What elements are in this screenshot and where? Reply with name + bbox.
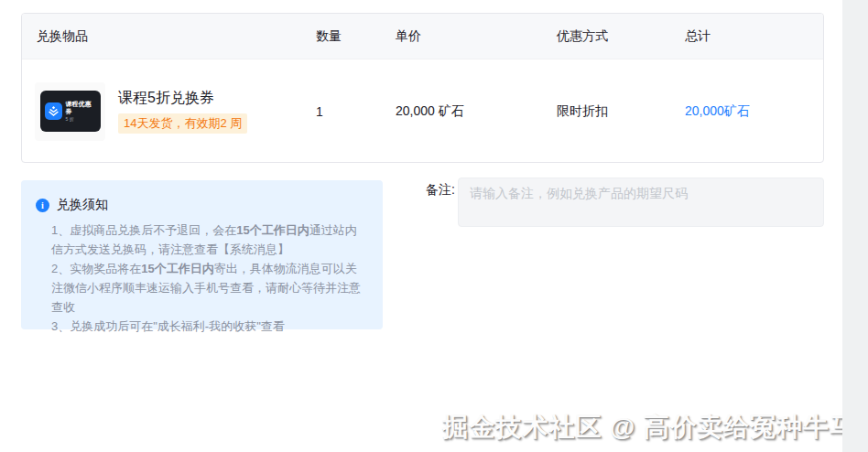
coupon-card-sub: 5 折 (66, 116, 96, 122)
info-icon: i (36, 199, 49, 212)
notice-item: 2、实物奖品将在15个工作日内寄出，具体物流消息可以关注微信小程序顺丰速运输入手… (51, 259, 368, 317)
table-header-row: 兑换物品 数量 单价 优惠方式 总计 (22, 14, 823, 59)
col-header-discount: 优惠方式 (557, 28, 685, 45)
product-thumbnail: 课程优惠券 5 折 (35, 82, 105, 141)
table-row: 课程优惠券 5 折 课程5折兑换券 14天发货，有效期2 周 1 20,000 … (22, 59, 823, 163)
juejin-logo-icon (45, 102, 62, 120)
col-header-price: 单价 (396, 28, 557, 45)
col-header-item: 兑换物品 (22, 28, 316, 45)
watermark-text: 掘金技术社区 @ 高价卖给冤种牛马 (442, 410, 856, 445)
remark-label: 备注: (426, 182, 455, 199)
shipping-badge: 14天发货，有效期2 周 (118, 113, 247, 134)
col-header-quantity: 数量 (316, 28, 396, 45)
coupon-card-title: 课程优惠券 (66, 101, 96, 117)
notice-list: 1、虚拟商品兑换后不予退回，会在15个工作日内通过站内信方式发送兑换码，请注意查… (36, 221, 368, 336)
order-table: 兑换物品 数量 单价 优惠方式 总计 (21, 13, 824, 163)
quantity-value: 1 (316, 104, 396, 119)
notice-item: 3、兑换成功后可在"成长福利-我的收获"查看 (51, 317, 368, 336)
discount-value: 限时折扣 (557, 103, 685, 120)
remark-input[interactable] (458, 178, 824, 227)
notice-item: 1、虚拟商品兑换后不予退回，会在15个工作日内通过站内信方式发送兑换码，请注意查… (51, 221, 368, 259)
exchange-confirm-page: 兑换物品 数量 单价 优惠方式 总计 (0, 0, 868, 452)
notice-title: 兑换须知 (57, 197, 108, 213)
col-header-total: 总计 (685, 28, 823, 45)
exchange-notice-box: i 兑换须知 1、虚拟商品兑换后不予退回，会在15个工作日内通过站内信方式发送兑… (21, 180, 383, 329)
product-cell: 课程优惠券 5 折 课程5折兑换券 14天发货，有效期2 周 (22, 82, 316, 141)
total-value: 20,000矿石 (685, 103, 823, 120)
product-name: 课程5折兑换券 (118, 89, 247, 108)
page-edge-strip (842, 0, 868, 452)
unit-price-value: 20,000 矿石 (396, 103, 557, 120)
coupon-card-image: 课程优惠券 5 折 (40, 91, 101, 132)
